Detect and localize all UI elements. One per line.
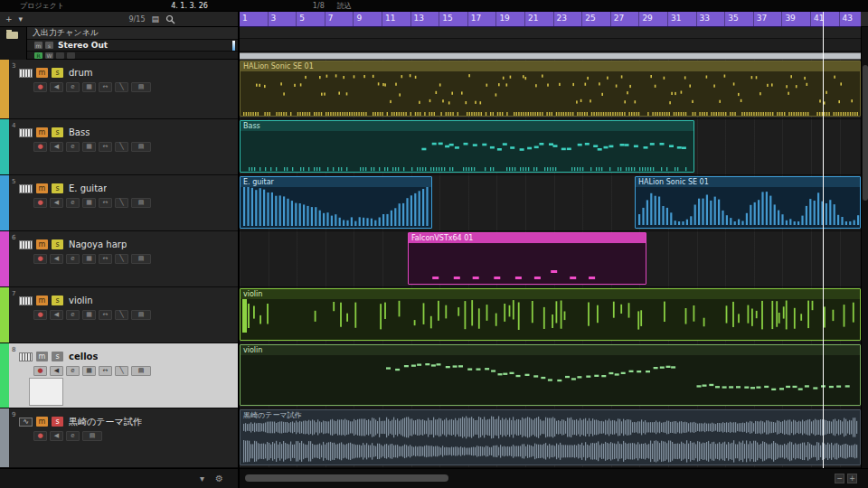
- lane-cello[interactable]: violin: [240, 343, 861, 408]
- track-name[interactable]: 黒崎のテーマ試作: [69, 416, 142, 428]
- io-button[interactable]: ↔: [99, 142, 112, 152]
- instrument-button[interactable]: ▦: [82, 142, 96, 152]
- solo-button[interactable]: s: [52, 352, 63, 361]
- track-row[interactable]: 9 ∿ m s 黒崎のテーマ試作 ●◀e▤: [0, 408, 238, 468]
- stereo-out-track-row[interactable]: m s Stereo Out: [0, 40, 238, 52]
- track-color-strip[interactable]: [0, 119, 9, 174]
- track-color-strip[interactable]: [0, 231, 9, 286]
- instrument-button[interactable]: ▦: [82, 366, 96, 376]
- solo-button[interactable]: s: [52, 296, 63, 305]
- lanes-button[interactable]: ▤: [82, 431, 102, 441]
- monitor-button[interactable]: ◀: [50, 142, 63, 152]
- solo-button[interactable]: s: [52, 68, 63, 78]
- instrument-button[interactable]: ▦: [82, 198, 96, 208]
- io-button[interactable]: ↔: [99, 198, 112, 208]
- lane-bass[interactable]: Bass: [240, 119, 861, 175]
- midi-part[interactable]: Bass: [240, 120, 694, 173]
- solo-button[interactable]: s: [52, 239, 63, 249]
- solo-button[interactable]: s: [52, 183, 63, 193]
- lanes-button[interactable]: ▤: [131, 82, 151, 92]
- track-filter-chevron-icon[interactable]: ▾: [19, 15, 24, 23]
- edit-button[interactable]: e: [66, 254, 80, 264]
- lock-button[interactable]: ╲: [115, 142, 128, 152]
- lane-audio[interactable]: 黒崎のテーマ試作: [240, 408, 861, 468]
- vertical-scroll-thumb[interactable]: [863, 65, 868, 201]
- midi-part[interactable]: violin: [240, 288, 861, 341]
- edit-button[interactable]: e: [66, 366, 80, 376]
- lanes-button[interactable]: ▤: [131, 198, 151, 208]
- track-row[interactable]: 8 m s cellos ●◀e▦↔╲▤: [0, 343, 238, 408]
- instrument-button[interactable]: ▦: [82, 254, 96, 264]
- transport-division[interactable]: 1/8: [313, 2, 325, 10]
- lanes-button[interactable]: ▤: [131, 310, 151, 320]
- midi-part[interactable]: FalconVSTx64 01: [408, 232, 646, 285]
- midi-part[interactable]: violin: [240, 344, 861, 406]
- midi-part[interactable]: E. guitar: [240, 176, 432, 229]
- io-button[interactable]: ↔: [99, 82, 112, 92]
- horizontal-scrollbar[interactable]: − +: [240, 468, 868, 488]
- playhead-cursor[interactable]: [823, 12, 824, 468]
- track-row[interactable]: 4 m s Bass ●◀e▦↔╲▤: [0, 119, 238, 175]
- monitor-button[interactable]: ◀: [50, 198, 63, 208]
- track-name[interactable]: cellos: [69, 352, 98, 361]
- mute-button[interactable]: m: [36, 68, 48, 78]
- monitor-button[interactable]: ◀: [50, 254, 63, 264]
- edit-button[interactable]: e: [66, 198, 80, 208]
- record-button[interactable]: ●: [33, 82, 47, 92]
- track-color-strip[interactable]: [0, 408, 9, 467]
- mute-button[interactable]: m: [34, 42, 42, 49]
- lanes-button[interactable]: ▤: [131, 254, 151, 264]
- record-button[interactable]: ●: [33, 254, 47, 264]
- transport-position-display[interactable]: 4. 1. 3. 26: [171, 2, 208, 10]
- track-row[interactable]: 7 m s violin ●◀e▦↔╲▤: [0, 287, 238, 343]
- record-button[interactable]: ●: [33, 142, 47, 152]
- track-name[interactable]: E. guitar: [69, 183, 107, 193]
- lock-button[interactable]: ╲: [115, 310, 128, 320]
- mute-button[interactable]: m: [36, 183, 48, 193]
- track-list-view-icon[interactable]: ▤: [151, 15, 159, 23]
- edit-button[interactable]: e: [66, 82, 80, 92]
- automation-write-button[interactable]: W: [45, 52, 53, 59]
- mute-button[interactable]: m: [36, 296, 48, 305]
- zoom-out-button[interactable]: −: [835, 474, 844, 483]
- track-color-strip[interactable]: [0, 60, 9, 118]
- search-icon[interactable]: [165, 14, 175, 24]
- add-track-button[interactable]: +: [5, 15, 13, 23]
- record-button[interactable]: ●: [33, 310, 47, 320]
- settings-gear-icon[interactable]: ⚙: [215, 474, 223, 483]
- monitor-button[interactable]: ◀: [50, 431, 63, 441]
- midi-part[interactable]: HALion Sonic SE 01: [240, 61, 861, 117]
- record-button[interactable]: ●: [33, 198, 47, 208]
- edit-button[interactable]: e: [66, 431, 80, 441]
- lock-button[interactable]: ╲: [115, 198, 128, 208]
- lane-io[interactable]: [240, 27, 861, 52]
- io-channel-folder-row[interactable]: 入出力チャンネル: [0, 27, 238, 40]
- channel-button[interactable]: [67, 52, 75, 59]
- mute-button[interactable]: m: [36, 352, 48, 361]
- io-button[interactable]: ↔: [99, 310, 112, 320]
- channel-button[interactable]: [56, 52, 64, 59]
- io-button[interactable]: ↔: [99, 366, 112, 376]
- arrangement-area[interactable]: 135791113151719212325272931333537394143 …: [240, 12, 868, 488]
- track-color-strip[interactable]: [0, 175, 9, 230]
- horizontal-scroll-thumb[interactable]: [245, 474, 448, 482]
- monitor-button[interactable]: ◀: [50, 310, 63, 320]
- vertical-scrollbar[interactable]: [861, 27, 868, 468]
- lane-violin[interactable]: violin: [240, 287, 861, 343]
- solo-button[interactable]: s: [45, 42, 53, 49]
- automation-read-button[interactable]: R: [34, 52, 42, 59]
- track-row[interactable]: 5 m s E. guitar ●◀e▦↔╲▤: [0, 175, 238, 231]
- lanes-button[interactable]: ▤: [131, 142, 151, 152]
- solo-button[interactable]: s: [52, 127, 63, 137]
- monitor-button[interactable]: ◀: [50, 82, 63, 92]
- edit-button[interactable]: e: [66, 310, 80, 320]
- lanes-button[interactable]: ▤: [131, 366, 151, 376]
- record-button[interactable]: ●: [33, 431, 47, 441]
- track-name[interactable]: violin: [69, 296, 93, 305]
- lock-button[interactable]: ╲: [115, 366, 128, 376]
- lane-guitar[interactable]: E. guitarHALion Sonic SE 01: [240, 175, 861, 231]
- solo-button[interactable]: s: [52, 417, 63, 427]
- midi-part[interactable]: HALion Sonic SE 01: [635, 176, 861, 229]
- instrument-button[interactable]: ▦: [82, 82, 96, 92]
- zoom-in-button[interactable]: +: [847, 474, 857, 483]
